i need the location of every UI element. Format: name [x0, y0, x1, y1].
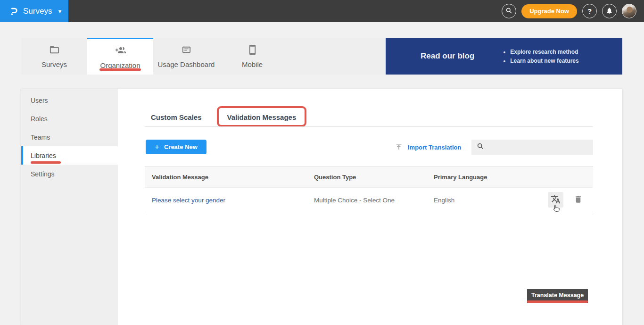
- tabs-divider: [145, 126, 593, 127]
- table-search: [471, 140, 593, 155]
- banner-bullet: Learn about new features: [510, 58, 578, 64]
- tab-validation-messages[interactable]: Validation Messages: [221, 109, 303, 127]
- create-new-label: Create New: [164, 143, 198, 150]
- search-input[interactable]: [488, 144, 593, 151]
- notifications-button[interactable]: [602, 4, 617, 18]
- banner-title: Read our blog: [421, 51, 474, 61]
- sidebar-item-label: Users: [31, 97, 48, 104]
- main-card: Users Roles Teams Libraries Settings Cus…: [21, 89, 622, 325]
- plus-icon: +: [155, 142, 159, 152]
- module-tab-strip: Surveys Organization Usage Dashboard Mob…: [21, 38, 386, 75]
- tab-organization[interactable]: Organization: [87, 38, 153, 75]
- group-add-icon: [115, 45, 126, 58]
- global-search-button[interactable]: [502, 4, 516, 18]
- banner-bullet: Explore research method: [510, 49, 578, 55]
- header-actions: Upgrade Now ?: [502, 4, 644, 18]
- sidebar-item-label: Roles: [31, 115, 48, 123]
- sidebar-item-roles[interactable]: Roles: [21, 109, 118, 128]
- validation-messages-table: Validation Message Question Type Primary…: [145, 166, 593, 212]
- translate-message-tooltip: Translate Message: [527, 289, 588, 303]
- tab-custom-scales[interactable]: Custom Scales: [145, 109, 208, 127]
- sidebar-item-label: Teams: [31, 133, 50, 141]
- trash-icon: [574, 195, 583, 205]
- sidebar-item-label: Libraries: [31, 152, 56, 159]
- folder-icon: [49, 44, 60, 57]
- question-type-cell: Multiple Choice - Select One: [314, 197, 395, 204]
- translate-message-button[interactable]: [548, 192, 563, 208]
- sidebar-item-teams[interactable]: Teams: [21, 128, 118, 146]
- column-header-question-type: Question Type: [314, 174, 434, 181]
- tab-organization-label: Organization: [100, 61, 140, 69]
- column-header-primary-language: Primary Language: [434, 174, 528, 181]
- smartphone-icon: [247, 44, 258, 57]
- question-mark-icon: ?: [587, 7, 592, 15]
- cursor-hand-icon: [553, 204, 560, 214]
- tab-validation-messages-label: Validation Messages: [227, 113, 297, 121]
- upload-icon: [395, 143, 403, 152]
- tab-surveys[interactable]: Surveys: [21, 38, 87, 75]
- upgrade-now-button[interactable]: Upgrade Now: [521, 4, 577, 18]
- top-header: Surveys ▼ Upgrade Now ?: [0, 0, 644, 22]
- sidebar-item-label: Settings: [31, 170, 55, 178]
- tab-surveys-label: Surveys: [41, 60, 67, 68]
- table-row: Please select your gender Multiple Choic…: [145, 187, 593, 212]
- primary-language-cell: English: [434, 197, 454, 204]
- user-avatar[interactable]: [622, 4, 636, 18]
- product-switcher[interactable]: Surveys ▼: [0, 0, 68, 22]
- tooltip-label: Translate Message: [531, 292, 584, 299]
- import-translation-link[interactable]: Import Translation: [395, 143, 461, 152]
- validation-message-link[interactable]: Please select your gender: [152, 197, 225, 204]
- search-icon: [477, 142, 484, 152]
- row-actions: [548, 192, 586, 208]
- product-name: Surveys: [23, 7, 52, 16]
- column-header-validation-message: Validation Message: [152, 174, 314, 181]
- translate-icon: [551, 194, 561, 206]
- libraries-content: Custom Scales Validation Messages + Crea…: [118, 89, 622, 325]
- tab-mobile[interactable]: Mobile: [219, 38, 285, 75]
- create-new-button[interactable]: + Create New: [146, 140, 206, 154]
- annotation-underline-libraries: [31, 161, 61, 164]
- settings-sidebar: Users Roles Teams Libraries Settings: [21, 89, 118, 325]
- help-button[interactable]: ?: [582, 4, 597, 18]
- search-icon: [505, 7, 512, 16]
- bell-icon: [606, 7, 613, 16]
- delete-message-button[interactable]: [570, 192, 586, 208]
- annotation-underline-tooltip: [527, 300, 588, 303]
- annotation-underline-organization: [99, 68, 141, 71]
- questionpro-logo-icon: [8, 6, 19, 17]
- sidebar-item-users[interactable]: Users: [21, 91, 118, 109]
- chevron-down-icon: ▼: [57, 8, 62, 14]
- dashboard-icon: [181, 44, 192, 57]
- tab-usage-dashboard-label: Usage Dashboard: [158, 60, 215, 68]
- blog-banner[interactable]: Read our blog Explore research method Le…: [386, 38, 622, 75]
- banner-bullet-list: Explore research method Learn about new …: [504, 46, 578, 67]
- sidebar-item-settings[interactable]: Settings: [21, 165, 118, 183]
- sidebar-item-libraries[interactable]: Libraries: [21, 146, 118, 165]
- table-header-row: Validation Message Question Type Primary…: [145, 166, 593, 187]
- tab-usage-dashboard[interactable]: Usage Dashboard: [153, 38, 219, 75]
- library-tabs: Custom Scales Validation Messages: [145, 109, 302, 127]
- tab-mobile-label: Mobile: [242, 60, 263, 68]
- import-translation-label: Import Translation: [408, 144, 461, 151]
